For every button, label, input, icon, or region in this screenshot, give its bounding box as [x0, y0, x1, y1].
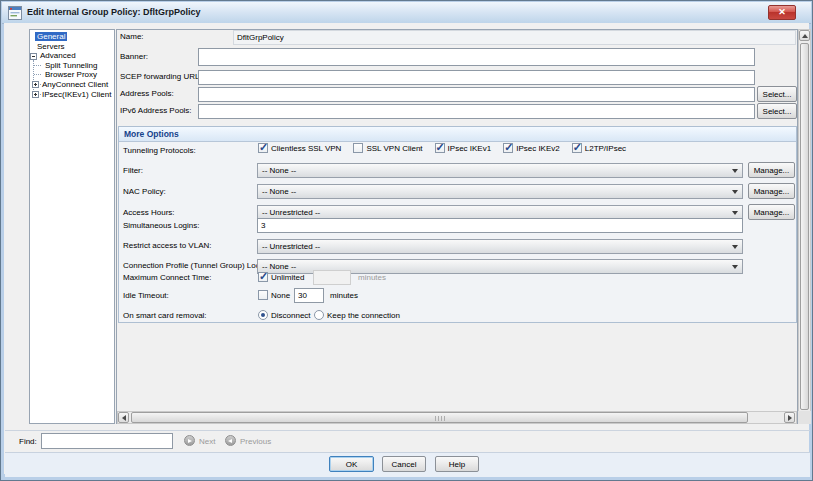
address-pools-label: Address Pools: [120, 89, 174, 98]
scep-url-label: SCEP forwarding URL: [120, 72, 202, 81]
scroll-up-icon [802, 34, 808, 38]
keep-connection-radio-label: Keep the connection [327, 311, 400, 320]
filter-manage-button[interactable]: Manage... [748, 162, 795, 178]
checkbox-l2tp-ipsec[interactable] [572, 143, 582, 153]
smart-card-removal-label: On smart card removal: [123, 311, 207, 320]
scroll-left-icon [122, 415, 126, 421]
ok-button[interactable]: OK [329, 456, 374, 472]
ipv6-address-pools-label: IPv6 Address Pools: [120, 106, 192, 115]
next-button-label: Next [199, 437, 215, 446]
app-icon [8, 6, 22, 20]
maximum-connect-time-label: Maximum Connect Time: [123, 273, 211, 282]
sidebar-item-anyconnect-client[interactable]: AnyConnect Client [30, 80, 114, 90]
checkbox-ipsec-ikev1[interactable] [435, 143, 445, 153]
next-button[interactable] [184, 435, 195, 446]
address-pools-select-button[interactable]: Select... [757, 86, 797, 102]
banner-field[interactable] [198, 48, 755, 66]
scep-url-field[interactable] [198, 70, 755, 85]
more-options-header[interactable]: More Options [119, 127, 796, 142]
next-icon [188, 439, 192, 443]
access-hours-manage-button[interactable]: Manage... [748, 204, 795, 220]
idle-timeout-none-label: None [271, 291, 290, 300]
dropdown-arrow-icon [732, 190, 738, 194]
tunnel-group-lock-label: Connection Profile (Tunnel Group) Lock: [123, 261, 266, 270]
cancel-button[interactable]: Cancel [382, 456, 426, 472]
disconnect-radio-label: Disconnect [271, 311, 311, 320]
ipv6-address-pools-field[interactable] [198, 104, 755, 119]
title-bar[interactable]: Edit Internal Group Policy: DfltGrpPolic… [2, 2, 811, 24]
banner-label: Banner: [120, 52, 148, 61]
expand-icon[interactable] [32, 91, 39, 98]
vertical-scrollbar-thumb[interactable] [800, 43, 809, 410]
tunneling-protocols-label: Tunneling Protocols: [123, 146, 196, 155]
dropdown-arrow-icon [732, 265, 738, 269]
keep-connection-radio[interactable] [314, 310, 324, 320]
idle-timeout-field[interactable] [294, 288, 324, 303]
find-input[interactable] [41, 433, 173, 449]
sidebar-item-split-tunneling[interactable]: Split Tunneling [30, 61, 114, 71]
expand-icon[interactable] [32, 81, 39, 88]
dropdown-arrow-icon [732, 169, 738, 173]
nac-policy-manage-button[interactable]: Manage... [748, 183, 795, 199]
access-hours-label: Access Hours: [123, 208, 175, 217]
edit-group-policy-dialog: Edit Internal Group Policy: DfltGrpPolic… [0, 0, 813, 481]
previous-button-label: Previous [240, 437, 271, 446]
sidebar-item-ipsec-ikev1-client[interactable]: IPsec(IKEv1) Client [30, 90, 114, 100]
sidebar-item-browser-proxy[interactable]: Browser Proxy [30, 70, 114, 80]
tunneling-protocols-group: Clientless SSL VPN SSL VPN Client IPsec … [258, 143, 638, 153]
scroll-right-icon [788, 415, 792, 421]
scroll-up-button[interactable] [799, 30, 810, 41]
vertical-scrollbar[interactable] [798, 29, 811, 424]
idle-timeout-none-checkbox[interactable] [258, 290, 268, 300]
simultaneous-logins-label: Simultaneous Logins: [123, 221, 200, 230]
help-button[interactable]: Help [435, 456, 479, 472]
horizontal-scrollbar-thumb[interactable] [131, 412, 748, 423]
horizontal-scrollbar[interactable] [117, 411, 797, 424]
restrict-vlan-label: Restrict access to VLAN: [123, 241, 211, 250]
idle-timeout-label: Idle Timeout: [123, 291, 169, 300]
nac-policy-dropdown[interactable]: -- None -- [257, 184, 743, 199]
scrollbar-corner [798, 411, 811, 424]
nac-policy-label: NAC Policy: [123, 187, 166, 196]
dropdown-arrow-icon [732, 211, 738, 215]
find-label: Find: [19, 437, 37, 446]
simultaneous-logins-field[interactable] [257, 218, 743, 233]
more-options-title: More Options [124, 129, 179, 139]
maximum-connect-time-field[interactable] [313, 270, 351, 285]
unlimited-checkbox-label: Unlimited [271, 273, 304, 282]
disconnect-radio[interactable] [258, 310, 268, 320]
checkbox-ipsec-ikev2[interactable] [503, 143, 513, 153]
sidebar-item-advanced[interactable]: Advanced [30, 51, 114, 61]
find-bar-divider [5, 430, 810, 431]
close-icon: ✕ [778, 7, 786, 17]
address-pools-field[interactable] [198, 87, 755, 102]
maximum-connect-time-unit: minutes [358, 273, 386, 282]
previous-button[interactable] [225, 435, 236, 446]
window-title: Edit Internal Group Policy: DfltGrpPolic… [27, 7, 201, 17]
close-button[interactable]: ✕ [768, 5, 796, 20]
collapse-icon[interactable] [30, 53, 37, 60]
scroll-right-button[interactable] [784, 412, 795, 423]
restrict-vlan-dropdown[interactable]: -- Unrestricted -- [257, 239, 743, 254]
filter-dropdown[interactable]: -- None -- [257, 163, 743, 178]
name-field[interactable] [233, 30, 796, 45]
checkbox-clientless-ssl-vpn[interactable] [258, 143, 268, 153]
name-label: Name: [120, 32, 144, 41]
previous-icon [228, 439, 232, 443]
unlimited-checkbox[interactable] [258, 272, 268, 282]
idle-timeout-unit: minutes [330, 291, 358, 300]
scroll-left-button[interactable] [118, 412, 129, 423]
dropdown-arrow-icon [732, 245, 738, 249]
filter-label: Filter: [123, 166, 143, 175]
ipv6-address-pools-select-button[interactable]: Select... [757, 103, 797, 119]
policy-nav-tree: General Servers Advanced Split Tunneling… [29, 29, 115, 424]
sidebar-item-general[interactable]: General [30, 32, 114, 42]
checkbox-ssl-vpn-client[interactable] [353, 143, 363, 153]
sidebar-item-servers[interactable]: Servers [30, 42, 114, 52]
